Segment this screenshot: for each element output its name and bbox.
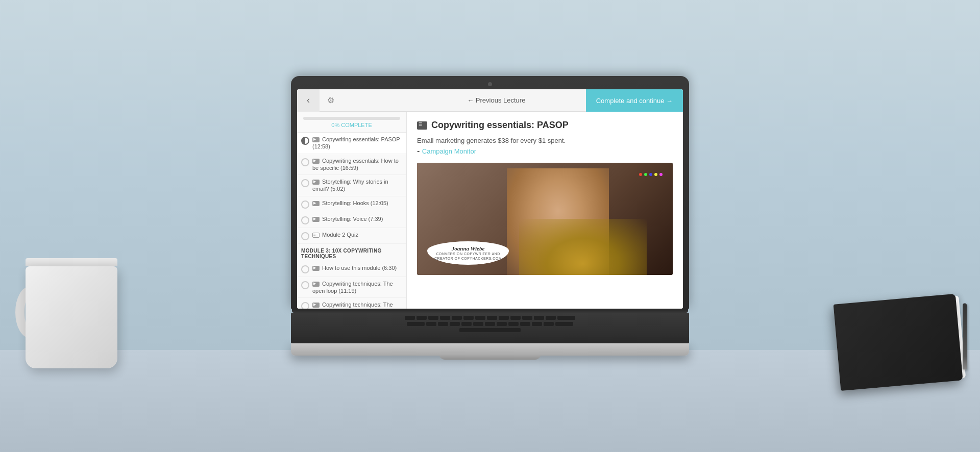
laptop-screen: ‹ ⚙ ← Previous Lecture Complete and cont… (297, 89, 683, 309)
scarf (519, 219, 647, 275)
video-icon-3 (312, 180, 320, 185)
video-icon-7 (312, 266, 320, 271)
back-button[interactable]: ‹ (297, 89, 320, 112)
progress-container: 0% COMPLETE (297, 112, 406, 133)
item-circle-9 (301, 302, 309, 309)
key (534, 316, 544, 320)
key (407, 322, 425, 326)
item-content-7: How to use this module (6:30) (312, 264, 397, 271)
key (499, 316, 509, 320)
laptop-camera (488, 82, 492, 86)
sidebar-item-1[interactable]: Copywriting essentials: PASOP (12:58) (297, 133, 406, 154)
lecture-title-row: Copywriting essentials: PASOP (417, 120, 673, 131)
dots (639, 173, 663, 176)
item-circle-7 (301, 265, 309, 273)
key (475, 316, 485, 320)
item-content-6: Module 2 Quiz (312, 231, 358, 238)
laptop-bezel: ‹ ⚙ ← Previous Lecture Complete and cont… (291, 76, 689, 309)
header-left: ‹ ⚙ (297, 89, 407, 111)
item-title-8: Copywriting techniques: The open loop (1… (312, 281, 393, 294)
item-content-1: Copywriting essentials: PASOP (12:58) (312, 136, 402, 150)
settings-button[interactable]: ⚙ (320, 89, 342, 112)
item-title-9: Copywriting techniques: The Battlefield … (312, 302, 393, 309)
prev-lecture-button[interactable]: ← Previous Lecture (457, 96, 535, 104)
item-circle-2 (301, 158, 309, 166)
lecture-title-icon (417, 121, 427, 130)
item-content-5: Storytelling: Voice (7:39) (312, 215, 383, 222)
back-icon: ‹ (307, 95, 310, 106)
item-content-2: Copywriting essentials: How to be specif… (312, 157, 402, 172)
prev-lecture-label: ← Previous Lecture (467, 96, 525, 104)
item-circle-8 (301, 281, 309, 289)
key-row-2 (301, 322, 679, 326)
mug-body (26, 266, 117, 368)
key (473, 322, 483, 326)
key (485, 322, 495, 326)
progress-bar-track (303, 117, 400, 120)
sidebar-item-8[interactable]: Copywriting techniques: The open loop (1… (297, 277, 406, 298)
key-row-1 (301, 316, 679, 320)
item-title-6: Module 2 Quiz (322, 232, 358, 238)
nav-center: ← Previous Lecture (407, 89, 586, 111)
key (522, 316, 532, 320)
module3-header: MODULE 3: 10x Copywriting Techniques (297, 244, 406, 261)
key (510, 316, 521, 320)
sidebar-item-3[interactable]: Storytelling: Why stories in email? (5:0… (297, 175, 406, 196)
lecture-quote: Email marketing generates $38 for every … (417, 137, 673, 144)
key-row-3 (301, 328, 679, 332)
complete-continue-button[interactable]: Complete and continue → (586, 89, 683, 112)
settings-icon: ⚙ (327, 95, 334, 105)
key (497, 322, 507, 326)
scene: ‹ ⚙ ← Previous Lecture Complete and cont… (0, 0, 980, 452)
sidebar-item-6[interactable]: Module 2 Quiz (297, 228, 406, 244)
key (438, 322, 448, 326)
key (405, 316, 415, 320)
attribution-dash: - (417, 146, 422, 155)
key (416, 316, 427, 320)
video-thumbnail: Joanna Wiebe CONVERSION COPYWRITER AND C… (417, 163, 673, 275)
key (546, 316, 556, 320)
sidebar-item-2[interactable]: Copywriting essentials: How to be specif… (297, 154, 406, 175)
item-content-4: Storytelling: Hooks (12:05) (312, 199, 388, 207)
item-content-8: Copywriting techniques: The open loop (1… (312, 280, 402, 295)
item-title-4: Storytelling: Hooks (12:05) (322, 200, 388, 206)
item-content-9: Copywriting techniques: The Battlefield … (312, 301, 402, 309)
screen-header: ‹ ⚙ ← Previous Lecture Complete and cont… (297, 89, 683, 112)
campaign-monitor-link[interactable]: Campaign Monitor (422, 147, 476, 155)
key (532, 322, 542, 326)
key (520, 322, 530, 326)
laptop-base (291, 343, 689, 356)
sidebar: 0% COMPLETE Copywriting essentials: PASO… (297, 112, 407, 309)
item-circle-6 (301, 232, 309, 240)
video-icon-5 (312, 217, 320, 222)
notebook (834, 294, 964, 396)
lecture-attribution: - Campaign Monitor (417, 146, 673, 156)
pen (963, 304, 967, 370)
key (544, 322, 554, 326)
item-content-3: Storytelling: Why stories in email? (5:0… (312, 178, 402, 193)
video-icon-2 (312, 159, 320, 164)
key (487, 316, 497, 320)
key (450, 322, 460, 326)
lecture-title-text: Copywriting essentials: PASOP (431, 120, 569, 131)
laptop-hinge (292, 309, 688, 313)
lecture-video[interactable]: Joanna Wiebe CONVERSION COPYWRITER AND C… (417, 163, 673, 275)
video-icon-8 (312, 282, 320, 287)
key (426, 322, 436, 326)
item-title-7: How to use this module (6:30) (322, 265, 397, 271)
laptop: ‹ ⚙ ← Previous Lecture Complete and cont… (291, 76, 689, 356)
notebook-cover (834, 294, 963, 391)
sidebar-item-7[interactable]: How to use this module (6:30) (297, 261, 406, 277)
key (508, 322, 519, 326)
sidebar-item-5[interactable]: Storytelling: Voice (7:39) (297, 212, 406, 228)
sidebar-item-9[interactable]: Copywriting techniques: The Battlefield … (297, 298, 406, 309)
item-title-5: Storytelling: Voice (7:39) (322, 216, 383, 222)
sidebar-item-4[interactable]: Storytelling: Hooks (12:05) (297, 196, 406, 212)
person-subtitle-2: CREATOR OF COPYHACKERS.COM (434, 256, 502, 261)
item-title-3: Storytelling: Why stories in email? (5:0… (312, 179, 388, 192)
keyboard-rows (291, 313, 689, 335)
item-circle-1 (301, 137, 309, 145)
video-icon-9 (312, 303, 320, 308)
person-subtitle-1: CONVERSION COPYWRITER AND (434, 252, 502, 256)
desk-surface (0, 350, 980, 452)
